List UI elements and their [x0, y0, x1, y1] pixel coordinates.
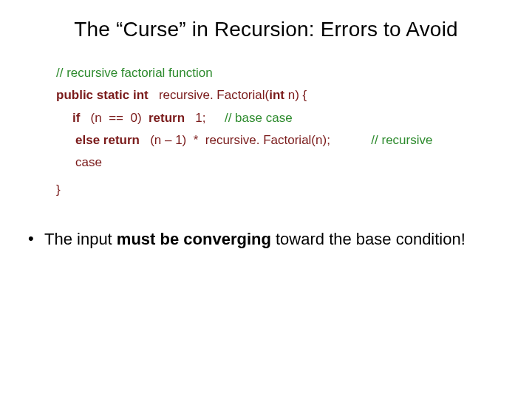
else-expr: (n – 1) * recursive. Factorial(n); — [143, 133, 334, 147]
slide: The “Curse” in Recursion: Errors to Avoi… — [0, 0, 532, 399]
ret-val: 1; — [188, 111, 209, 125]
code-signature: public static int recursive. Factorial(i… — [56, 86, 485, 105]
recursive-comment: // recursive — [371, 133, 432, 147]
code-case: case — [56, 153, 485, 172]
kw-else: else — [75, 133, 100, 147]
code-if-line: if (n == 0) return 1; // base case — [56, 109, 485, 128]
code-comment: // recursive factorial function — [56, 64, 485, 83]
kw-return: return — [149, 111, 185, 125]
bullet-pre: The input — [44, 230, 117, 248]
code-block: // recursive factorial function public s… — [56, 64, 485, 200]
bullet-dot: • — [28, 229, 44, 248]
kw-int2: int — [269, 88, 284, 102]
kw-int: int — [133, 88, 149, 102]
base-case-comment: // base case — [225, 111, 293, 125]
kw-public: public — [56, 88, 93, 102]
fn-name: recursive. Factorial( — [159, 88, 269, 102]
if-cond: (n == 0) — [83, 111, 149, 125]
code-else-line: else return (n – 1) * recursive. Factori… — [56, 131, 485, 150]
sp — [151, 88, 158, 102]
bullet-text: The input must be converging toward the … — [44, 229, 514, 250]
bullet-strong: must be converging — [117, 230, 271, 248]
code-closebrace: } — [56, 180, 485, 200]
slide-title: The “Curse” in Recursion: Errors to Avoi… — [18, 18, 514, 41]
param-tail: n) { — [284, 88, 307, 102]
kw-if: if — [72, 111, 80, 125]
kw-static: static — [97, 88, 129, 102]
kw-return2: return — [103, 133, 140, 147]
bullet-list: • The input must be converging toward th… — [28, 229, 514, 250]
bullet-post: toward the base condition! — [271, 230, 466, 248]
bullet-item: • The input must be converging toward th… — [28, 229, 514, 250]
